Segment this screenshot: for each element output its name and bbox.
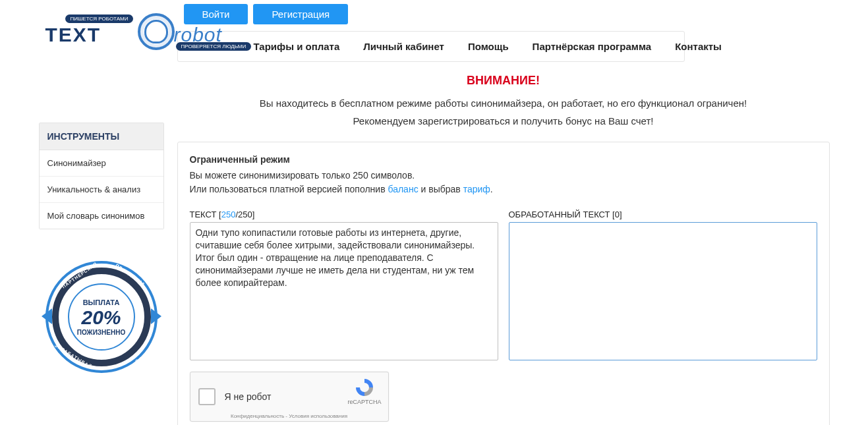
limit-text: Или пользоваться платной версией пополни…	[190, 183, 817, 196]
recaptcha-icon	[353, 378, 376, 397]
output-textarea[interactable]	[509, 222, 817, 360]
sidebar-item-uniqueness[interactable]: Уникальность & анализ	[40, 177, 163, 203]
tools-heading: ИНСТРУМЕНТЫ	[40, 123, 163, 150]
output-label: ОБРАБОТАННЫЙ ТЕКСТ [0]	[509, 210, 817, 219]
partner-badge[interactable]: ПАРТНЕРСКАЯ ПРОГРАММА ЗАРАБАТЫВАЙ С НАМИ…	[45, 261, 158, 373]
notice: ВНИМАНИЕ! Вы находитесь в бесплатном реж…	[177, 62, 830, 135]
badge-line-top: ВЫПЛАТА	[83, 298, 120, 306]
badge-line-bottom: ПОЖИЗНЕННО	[77, 329, 125, 336]
limit-text: Вы можете синонимизировать только 250 си…	[190, 169, 817, 183]
arrow-right-icon	[151, 308, 161, 324]
limit-title: Ограниченный режим	[190, 154, 817, 165]
nav-contacts[interactable]: Контакты	[663, 32, 734, 61]
recaptcha[interactable]: Я не робот reCAPTCHA Конфиденциальность …	[190, 372, 389, 422]
tools-sidebar: ИНСТРУМЕНТЫ Синонимайзер Уникальность & …	[39, 123, 164, 229]
logo-text-primary: TEXT	[45, 24, 101, 46]
arrow-left-icon	[42, 308, 52, 324]
recaptcha-checkbox[interactable]	[198, 388, 216, 405]
main-panel: Ограниченный режим Вы можете синонимизир…	[177, 142, 830, 425]
notice-line: Рекомендуем зарегистрироваться и получит…	[177, 112, 830, 130]
nav-partner[interactable]: Партнёрская программа	[521, 32, 664, 61]
logo-tagline-top: ПИШЕТСЯ РОБОТАМИ	[65, 14, 134, 23]
register-button[interactable]: Регистрация	[253, 4, 348, 24]
logo[interactable]: ПИШЕТСЯ РОБОТАМИ TEXT robot ПРОВЕРЯЕТСЯ …	[39, 7, 164, 65]
tariff-link[interactable]: тариф	[463, 184, 490, 194]
recaptcha-badge: reCAPTCHA	[347, 378, 381, 405]
nav-pricing[interactable]: Тарифы и оплата	[242, 32, 352, 61]
input-label: ТЕКСТ [250/250]	[190, 210, 498, 219]
sidebar-item-synonymizer[interactable]: Синонимайзер	[40, 150, 163, 177]
badge-percent: 20%	[81, 306, 121, 329]
recaptcha-label: Я не робот	[225, 391, 272, 402]
nav-cabinet[interactable]: Личный кабинет	[351, 32, 456, 61]
logo-tagline-bottom: ПРОВЕРЯЕТСЯ ЛЮДЬМИ	[176, 42, 252, 51]
recaptcha-fineprint: Конфиденциальность - Условия использован…	[190, 413, 388, 419]
notice-line: Вы находитесь в бесплатном режиме работы…	[177, 94, 830, 112]
brain-icon	[138, 13, 175, 50]
notice-title: ВНИМАНИЕ!	[177, 74, 830, 88]
nav-help[interactable]: Помощь	[456, 32, 521, 61]
balance-link[interactable]: баланс	[388, 184, 418, 194]
input-textarea[interactable]	[190, 222, 498, 360]
sidebar-item-dictionary[interactable]: Мой словарь синонимов	[40, 203, 163, 229]
